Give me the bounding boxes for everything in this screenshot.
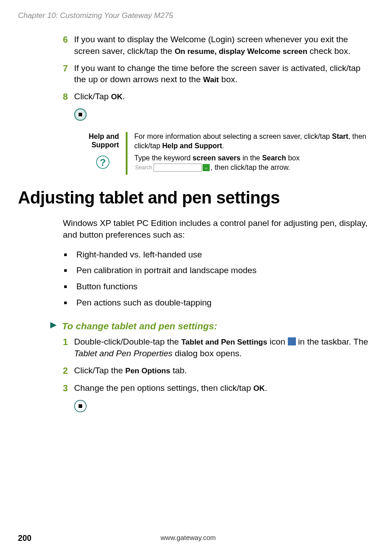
text: . <box>265 383 267 393</box>
help-text-1: For more information about selecting a s… <box>134 132 372 151</box>
ui-label: OK <box>111 93 123 101</box>
intro-paragraph: Windows XP tablet PC Edition includes a … <box>63 217 372 240</box>
text: Support <box>92 141 119 149</box>
text: icon <box>267 337 287 346</box>
step-7: 7 If you want to change the time before … <box>63 62 372 86</box>
end-of-procedure-icon <box>74 400 372 412</box>
tablet-pen-taskbar-icon <box>288 337 296 345</box>
text: check box. <box>307 46 350 56</box>
step-number: 8 <box>63 91 74 103</box>
text: Double-click/Double-tap the <box>74 337 181 346</box>
text: tab. <box>170 366 187 375</box>
step-body: Click/Tap OK. <box>74 91 372 103</box>
step-number: 1 <box>63 336 74 359</box>
ui-label: Wait <box>203 75 219 84</box>
svg-rect-7 <box>79 404 82 408</box>
search-label: Search <box>135 164 152 172</box>
ui-label: screen savers <box>193 154 241 162</box>
list-item: Pen calibration in portrait and landscap… <box>63 265 372 276</box>
step-number: 7 <box>63 62 74 86</box>
svg-text:?: ? <box>100 157 106 168</box>
step-3: 3 Change the pen options settings, then … <box>63 382 372 394</box>
procedure-heading: To change tablet and pen settings: <box>49 321 372 332</box>
list-item: Pen actions such as double-tapping <box>63 297 372 309</box>
page-footer: 200 www.gateway.com <box>18 534 372 543</box>
step-body: Click/Tap the Pen Options tab. <box>74 365 372 377</box>
step-1: 1 Double-click/Double-tap the Tablet and… <box>63 336 372 359</box>
help-label: Help and Support <box>74 132 119 149</box>
dialog-name: Tablet and Pen Properties <box>74 349 172 358</box>
chapter-header: Chapter 10: Customizing Your Gateway M27… <box>18 11 372 20</box>
help-question-icon: ? <box>74 155 119 169</box>
step-body: If you want to display the Welcome (Logi… <box>74 34 372 57</box>
text: Type the keyword <box>134 154 193 162</box>
end-of-procedure-icon <box>74 108 372 121</box>
text: Click/Tap the <box>74 366 125 375</box>
help-and-support-box: Help and Support ? For more information … <box>74 132 372 175</box>
procedure-arrow-icon <box>49 321 57 331</box>
text: Change the pen options settings, then cl… <box>74 383 253 393</box>
text: in the <box>241 154 262 162</box>
svg-rect-2 <box>79 113 82 116</box>
ui-label: Help and Support <box>162 142 222 150</box>
list-item: Button functions <box>63 281 372 292</box>
text: dialog box opens. <box>172 349 242 358</box>
text: For more information about selecting a s… <box>134 133 332 140</box>
text: box. <box>219 75 238 84</box>
search-go-icon: → <box>203 164 210 171</box>
footer-url: www.gateway.com <box>4 534 372 543</box>
text: . <box>123 92 125 101</box>
section-heading: Adjusting tablet and pen settings <box>18 188 372 208</box>
search-widget: Search→ <box>135 164 210 172</box>
step-body: Double-click/Double-tap the Tablet and P… <box>74 336 372 359</box>
step-number: 6 <box>63 34 74 57</box>
text: , then click/tap the arrow. <box>211 164 290 171</box>
text: in the taskbar. The <box>296 337 368 346</box>
step-8: 8 Click/Tap OK. <box>63 91 372 103</box>
text: Click/Tap <box>74 92 111 101</box>
step-body: Change the pen options settings, then cl… <box>74 382 372 394</box>
list-item: Right-handed vs. left-handed use <box>63 249 372 261</box>
procedure-title: To change tablet and pen settings: <box>62 321 217 332</box>
text: . <box>222 142 224 150</box>
ui-label: OK <box>253 384 265 393</box>
ui-label: Start <box>332 133 348 140</box>
step-number: 3 <box>63 382 74 394</box>
help-text-2: Type the keyword screen savers in the Se… <box>134 154 372 173</box>
ui-label: On resume, display Welcome screen <box>175 47 307 56</box>
text: box <box>286 154 300 162</box>
ui-label: Tablet and Pen Settings <box>181 338 267 346</box>
ui-label: Search <box>262 154 286 162</box>
text: Help and <box>88 133 119 140</box>
bullet-list: Right-handed vs. left-handed use Pen cal… <box>63 249 372 309</box>
step-number: 2 <box>63 365 74 377</box>
svg-marker-5 <box>50 322 57 328</box>
step-6: 6 If you want to display the Welcome (Lo… <box>63 34 372 57</box>
step-body: If you want to change the time before th… <box>74 62 372 86</box>
ui-label: Pen Options <box>125 367 170 375</box>
search-input <box>154 164 202 172</box>
step-2: 2 Click/Tap the Pen Options tab. <box>63 365 372 377</box>
